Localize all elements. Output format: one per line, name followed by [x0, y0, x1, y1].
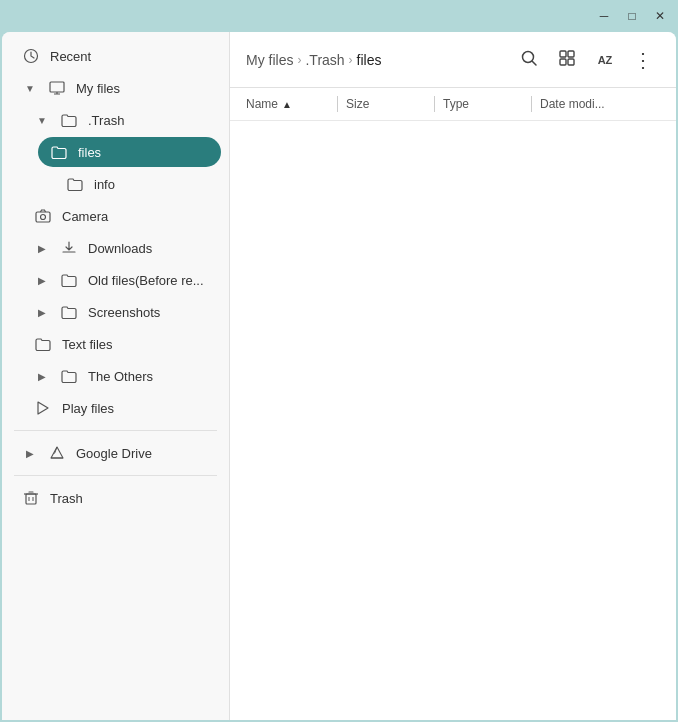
trash-label: Trash — [50, 491, 83, 506]
svg-rect-13 — [560, 51, 566, 57]
computer-icon — [48, 79, 66, 97]
search-button[interactable] — [512, 43, 546, 77]
sort-button[interactable]: AZ — [588, 43, 622, 77]
sidebar-item-trash-folder[interactable]: ▼ .Trash — [22, 105, 221, 135]
sort-arrow-up: ▲ — [282, 99, 292, 110]
col-separator-1 — [337, 96, 338, 112]
folder-icon-theothers — [60, 367, 78, 385]
col-type-header[interactable]: Type — [443, 97, 523, 111]
expand-arrow-downloads: ▶ — [34, 240, 50, 256]
camera-icon — [34, 207, 52, 225]
svg-marker-6 — [38, 402, 48, 414]
more-icon: ⋮ — [633, 50, 653, 70]
folder-icon-screenshots — [60, 303, 78, 321]
sidebar-item-textfiles[interactable]: Text files — [22, 329, 221, 359]
expand-arrow-googledrive: ▶ — [22, 445, 38, 461]
trash-folder-label: .Trash — [88, 113, 124, 128]
column-headers: Name ▲ Size Type Date modi... — [230, 88, 676, 121]
search-icon — [520, 49, 538, 71]
toolbar-actions: AZ ⋮ — [512, 43, 660, 77]
app-container: Recent ▼ My files ▼ .Trash — [2, 32, 676, 720]
svg-point-11 — [523, 51, 534, 62]
expand-arrow-oldfiles: ▶ — [34, 272, 50, 288]
play-icon — [34, 399, 52, 417]
sidebar-item-googledrive[interactable]: ▶ Google Drive — [10, 438, 221, 468]
breadcrumb-myfiles[interactable]: My files — [246, 52, 293, 68]
sidebar-item-oldfiles[interactable]: ▶ Old files(Before re... — [22, 265, 221, 295]
expand-arrow-myfiles: ▼ — [22, 80, 38, 96]
svg-line-12 — [533, 61, 537, 65]
camera-label: Camera — [62, 209, 108, 224]
size-header-label: Size — [346, 97, 369, 111]
col-separator-3 — [531, 96, 532, 112]
sidebar-item-recent[interactable]: Recent — [10, 41, 221, 71]
sidebar-divider-2 — [14, 475, 217, 476]
svg-point-5 — [41, 215, 46, 220]
sidebar-item-files[interactable]: files — [38, 137, 221, 167]
svg-rect-7 — [26, 494, 36, 504]
svg-rect-1 — [50, 82, 64, 92]
main-content: My files › .Trash › files — [230, 32, 676, 720]
type-header-label: Type — [443, 97, 469, 111]
sidebar-divider — [14, 430, 217, 431]
folder-icon-trash — [60, 111, 78, 129]
expand-arrow-trash: ▼ — [34, 112, 50, 128]
col-name-header[interactable]: Name ▲ — [246, 97, 329, 111]
sidebar-item-screenshots[interactable]: ▶ Screenshots — [22, 297, 221, 327]
folder-icon-info — [66, 175, 84, 193]
svg-rect-14 — [568, 51, 574, 57]
col-separator-2 — [434, 96, 435, 112]
sidebar-item-myfiles[interactable]: ▼ My files — [10, 73, 221, 103]
file-area — [230, 121, 676, 720]
playfiles-label: Play files — [62, 401, 114, 416]
name-header-label: Name — [246, 97, 278, 111]
col-size-header[interactable]: Size — [346, 97, 426, 111]
expand-arrow-theothers: ▶ — [34, 368, 50, 384]
sort-az-icon: AZ — [598, 54, 613, 66]
maximize-button[interactable]: □ — [618, 5, 646, 27]
close-button[interactable]: ✕ — [646, 5, 674, 27]
title-bar: ─ □ ✕ — [0, 0, 678, 32]
recent-label: Recent — [50, 49, 91, 64]
svg-rect-16 — [568, 59, 574, 65]
date-header-label: Date modi... — [540, 97, 605, 111]
breadcrumb-current: files — [357, 52, 382, 68]
folder-icon-oldfiles — [60, 271, 78, 289]
grid-view-button[interactable] — [550, 43, 584, 77]
googledrive-icon — [48, 444, 66, 462]
sidebar-item-camera[interactable]: Camera — [22, 201, 221, 231]
sidebar-item-theothers[interactable]: ▶ The Others — [22, 361, 221, 391]
trash-icon — [22, 489, 40, 507]
more-options-button[interactable]: ⋮ — [626, 43, 660, 77]
info-label: info — [94, 177, 115, 192]
minimize-button[interactable]: ─ — [590, 5, 618, 27]
downloads-label: Downloads — [88, 241, 152, 256]
googledrive-label: Google Drive — [76, 446, 152, 461]
clock-icon — [22, 47, 40, 65]
breadcrumb: My files › .Trash › files — [246, 52, 504, 68]
files-label: files — [78, 145, 101, 160]
sidebar-item-trash[interactable]: Trash — [10, 483, 221, 513]
oldfiles-label: Old files(Before re... — [88, 273, 204, 288]
breadcrumb-chevron-2: › — [349, 53, 353, 67]
breadcrumb-trash[interactable]: .Trash — [305, 52, 344, 68]
sidebar-item-downloads[interactable]: ▶ Downloads — [22, 233, 221, 263]
col-date-header[interactable]: Date modi... — [540, 97, 660, 111]
sidebar-item-playfiles[interactable]: Play files — [22, 393, 221, 423]
screenshots-label: Screenshots — [88, 305, 160, 320]
textfiles-label: Text files — [62, 337, 113, 352]
theothers-label: The Others — [88, 369, 153, 384]
expand-arrow-screenshots: ▶ — [34, 304, 50, 320]
svg-rect-4 — [36, 212, 50, 222]
sidebar: Recent ▼ My files ▼ .Trash — [2, 32, 230, 720]
breadcrumb-chevron-1: › — [297, 53, 301, 67]
folder-icon-files — [50, 143, 68, 161]
myfiles-label: My files — [76, 81, 120, 96]
grid-icon — [558, 49, 576, 71]
sidebar-item-info[interactable]: info — [54, 169, 221, 199]
svg-rect-15 — [560, 59, 566, 65]
toolbar: My files › .Trash › files — [230, 32, 676, 88]
folder-icon-textfiles — [34, 335, 52, 353]
downloads-icon — [60, 239, 78, 257]
